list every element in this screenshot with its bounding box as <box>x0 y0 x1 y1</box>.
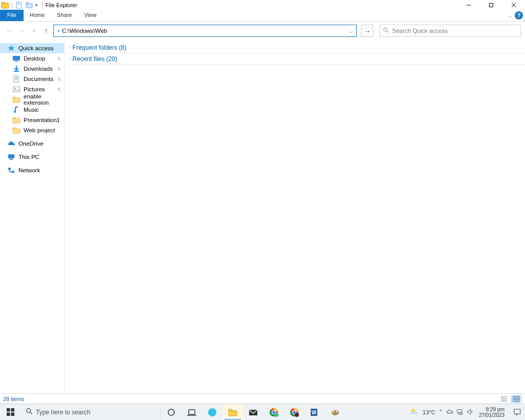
ribbon-tab-file[interactable]: File <box>0 10 24 21</box>
taskbar-app-file-explorer[interactable] <box>223 404 243 420</box>
address-bar[interactable]: ⌵ <box>53 25 357 37</box>
svg-rect-25 <box>13 97 16 98</box>
svg-text:W: W <box>312 410 317 415</box>
forward-button[interactable]: → <box>16 26 27 36</box>
titlebar: | ▾ File Explorer <box>0 0 525 10</box>
tray-overflow-icon[interactable]: ⌃ <box>438 409 443 415</box>
sidebar-item-quick-access[interactable]: Quick access <box>0 43 64 53</box>
sidebar-item-label: Desktop <box>24 55 45 62</box>
sidebar-item-enable-extension[interactable]: enable extension <box>0 94 64 105</box>
clock-time: 8:29 pm <box>479 407 504 412</box>
ribbon-tab-home[interactable]: Home <box>24 10 51 21</box>
taskbar-app-edge[interactable] <box>202 404 223 420</box>
up-button[interactable]: ↑ <box>41 26 51 36</box>
ribbon-collapse-icon[interactable]: ⌵ <box>507 13 514 18</box>
taskbar-app-word[interactable]: W <box>305 404 325 420</box>
svg-rect-43 <box>11 408 14 412</box>
sidebar-item-desktop[interactable]: Desktop ✎ <box>0 53 64 64</box>
sidebar-item-network[interactable]: Network <box>0 165 64 175</box>
sidebar-item-label: This PC <box>18 154 39 160</box>
taskbar-app-chrome-alt[interactable] <box>284 404 305 420</box>
svg-rect-2 <box>16 2 22 8</box>
sidebar-item-documents[interactable]: Documents ✎ <box>0 74 64 84</box>
taskbar-search[interactable] <box>21 404 161 420</box>
recent-locations-button[interactable]: ▾ <box>29 26 39 36</box>
sidebar-item-label: Web project <box>24 127 55 133</box>
sidebar-item-web-project[interactable]: Web project <box>0 125 64 135</box>
sidebar-item-pictures[interactable]: Pictures ✎ <box>0 84 64 94</box>
qat-customize-icon[interactable]: ▾ <box>35 3 38 8</box>
taskbar-search-input[interactable] <box>36 409 160 416</box>
new-folder-icon[interactable] <box>25 1 33 9</box>
document-icon <box>12 75 21 83</box>
sidebar-item-music[interactable]: Music <box>0 105 64 115</box>
sidebar-item-label: OneDrive <box>18 141 44 147</box>
weather-icon[interactable] <box>410 407 419 417</box>
back-button[interactable]: ← <box>4 26 14 36</box>
svg-rect-1 <box>2 2 5 4</box>
help-button[interactable]: ? <box>515 11 523 19</box>
sidebar-item-label: Music <box>24 107 39 113</box>
svg-rect-38 <box>513 396 516 398</box>
sidebar-item-label: Documents <box>24 76 53 82</box>
folder-icon <box>12 126 21 134</box>
cortana-button[interactable] <box>161 404 181 420</box>
svg-rect-68 <box>458 413 462 414</box>
search-box[interactable] <box>379 25 521 37</box>
svg-point-64 <box>333 411 335 412</box>
chevron-right-icon: › <box>69 45 70 50</box>
svg-point-46 <box>27 409 31 413</box>
task-view-button[interactable] <box>181 404 202 420</box>
taskbar-app-chrome[interactable] <box>264 404 284 420</box>
tray-onedrive-icon[interactable] <box>446 408 453 416</box>
frequent-folders-section[interactable]: › Frequent folders (8) <box>67 42 525 53</box>
sidebar-item-this-pc[interactable]: This PC <box>0 152 64 162</box>
sidebar-item-onedrive[interactable]: OneDrive <box>0 138 64 149</box>
start-button[interactable] <box>0 404 21 420</box>
svg-marker-11 <box>57 29 59 32</box>
download-icon <box>12 65 21 73</box>
taskbar: W 13°C ⌃ 8:29 pm 27/01/2023 <box>0 404 525 420</box>
svg-line-13 <box>387 31 389 32</box>
svg-rect-4 <box>17 4 21 5</box>
svg-rect-69 <box>514 409 520 414</box>
folder-icon <box>12 116 21 124</box>
this-pc-icon <box>7 153 15 161</box>
notifications-button[interactable] <box>510 404 525 420</box>
sidebar-item-presentation1[interactable]: Presentation1 <box>0 115 64 125</box>
address-input[interactable] <box>62 25 346 36</box>
maximize-button[interactable] <box>480 0 502 10</box>
address-history-dropdown[interactable]: ⌵ <box>346 28 356 34</box>
quick-access-toolbar: | ▾ <box>1 1 40 9</box>
app-icon <box>1 1 9 9</box>
svg-point-48 <box>168 409 174 415</box>
minimize-button[interactable] <box>457 0 480 10</box>
window-title: File Explorer <box>45 2 77 8</box>
taskbar-app-gimp[interactable] <box>325 404 346 420</box>
weather-temp[interactable]: 13°C <box>422 409 435 415</box>
svg-rect-31 <box>8 154 14 158</box>
go-button[interactable]: → <box>361 25 373 37</box>
tray-volume-icon[interactable] <box>467 408 474 416</box>
search-input[interactable] <box>392 25 520 36</box>
navigation-pane: Quick access Desktop ✎ Downloads ✎ Docum… <box>0 40 65 393</box>
nav-group-network: Network <box>0 165 64 178</box>
sidebar-item-downloads[interactable]: Downloads ✎ <box>0 64 64 74</box>
taskbar-clock[interactable]: 8:29 pm 27/01/2023 <box>477 407 507 418</box>
tray-network-icon[interactable] <box>456 408 463 416</box>
recent-files-section[interactable]: › Recent files (20) <box>67 53 525 65</box>
sidebar-item-label: Network <box>18 167 40 173</box>
close-button[interactable] <box>502 0 525 10</box>
taskbar-app-mail[interactable] <box>243 404 264 420</box>
large-icons-view-button[interactable] <box>511 395 522 403</box>
system-tray: 13°C ⌃ 8:29 pm 27/01/2023 <box>407 404 510 420</box>
ribbon-tab-view[interactable]: View <box>78 10 103 21</box>
svg-point-65 <box>336 411 338 412</box>
ribbon-tab-share[interactable]: Share <box>51 10 78 21</box>
search-icon <box>26 408 33 416</box>
properties-icon[interactable] <box>15 1 23 9</box>
nav-group-this-pc: This PC <box>0 152 64 165</box>
svg-point-26 <box>14 111 16 113</box>
svg-rect-44 <box>7 412 10 416</box>
details-view-button[interactable] <box>498 395 510 403</box>
